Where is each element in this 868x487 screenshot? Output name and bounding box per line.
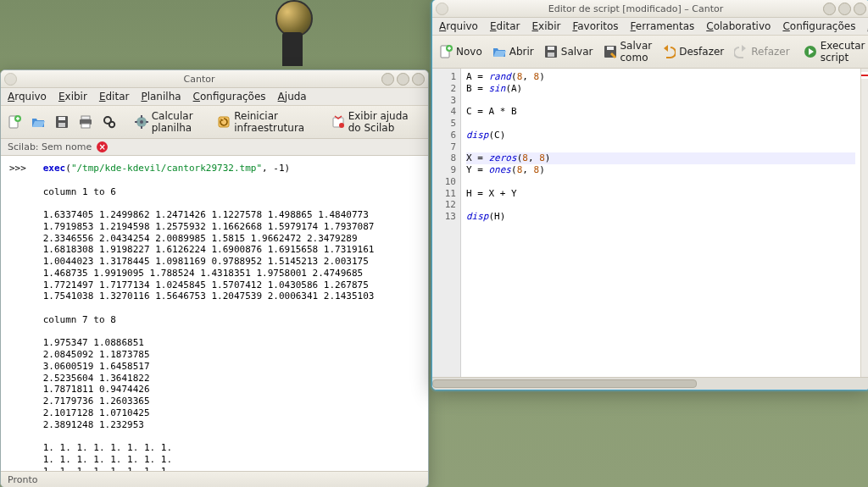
menu-arquivo[interactable]: Arquivo [439,20,478,32]
redo-button: Refazer [731,43,793,60]
restart-backend-button[interactable]: Reiniciar infraestrutura [214,108,316,136]
menu-favoritos[interactable]: Favoritos [572,20,618,32]
script-editor-window[interactable]: Editor de script [modificado] – Cantor A… [431,0,868,390]
close-session-icon[interactable]: × [97,141,108,152]
worksheet[interactable]: >>> exec("/tmp/kde-kdevil/cantork29732.t… [1,156,428,471]
line-gutter: 12345678910111213 [432,69,461,377]
svg-rect-7 [81,124,90,128]
run-script-label: Executar script [821,40,865,64]
new-button[interactable]: Novo [436,43,486,60]
menu-exibir[interactable]: Exibir [532,20,561,32]
minimize-button[interactable] [823,3,836,15]
menu-ferramentas[interactable]: Ferramentas [631,20,695,32]
maximize-button[interactable] [838,3,851,15]
svg-rect-21 [607,47,614,50]
status-text: Pronto [8,474,37,485]
code-area[interactable]: A = rand(8, 8)B = sin(A) C = A * B disp(… [461,69,860,377]
close-button[interactable] [412,73,425,86]
menu-colaborativo[interactable]: Colaborativo [706,20,771,32]
svg-rect-4 [58,123,65,127]
path-bar: Scilab: Sem nome × [1,139,428,156]
statusbar: Pronto [1,471,428,487]
menubar: Arquivo Editar Exibir Favoritos Ferramen… [432,18,868,36]
undo-label: Desfazer [679,46,724,58]
calc-sheet-button[interactable]: Calcular planilha [131,108,211,136]
scrollbar-thumb[interactable] [432,379,697,388]
app-icon [436,3,448,15]
run-script-button[interactable]: Executar script [800,38,868,65]
minimap-strip [860,69,868,377]
menu-planilha[interactable]: Planilha [141,91,181,102]
menubar: Arquivo Exibir Editar Planilha Configura… [1,88,428,106]
new-button[interactable] [4,113,25,130]
save-button[interactable]: Salvar [541,43,597,60]
menu-exibir[interactable]: Exibir [58,91,87,102]
save-as-label: Salvar como [620,40,653,64]
app-icon [4,73,17,86]
scilab-help-label: Exibir ajuda do Scilab [348,110,421,134]
print-button[interactable] [75,113,96,130]
minimize-button[interactable] [381,73,394,86]
svg-point-11 [140,120,143,124]
titlebar[interactable]: Cantor [1,70,428,88]
menu-ajuda[interactable]: Ajuda [278,91,307,102]
svg-rect-19 [548,53,554,57]
find-button[interactable] [99,113,120,130]
session-name: Scilab: Sem nome [8,141,92,152]
window-title: Editor de script [modificado] – Cantor [448,3,823,14]
scilab-help-button[interactable]: Exibir ajuda do Scilab [328,108,425,136]
svg-point-14 [339,123,344,128]
menu-arquivo[interactable]: Arquivo [8,91,47,102]
svg-point-9 [109,122,114,127]
save-button[interactable] [52,113,72,130]
open-label: Abrir [509,46,534,58]
undo-button[interactable]: Desfazer [659,43,727,60]
toolbar: Novo Abrir Salvar Salvar como Desfazer R… [432,36,868,69]
open-button[interactable]: Abrir [489,43,537,60]
menu-configuracoes[interactable]: Configurações [782,20,855,32]
titlebar[interactable]: Editor de script [modificado] – Cantor [432,0,868,18]
redo-label: Refazer [751,46,789,58]
save-as-button[interactable]: Salvar como [600,38,656,65]
toolbar: Calcular planilha Reiniciar infraestrutu… [1,106,428,139]
menu-editar[interactable]: Editar [490,20,520,32]
calc-sheet-label: Calcular planilha [152,110,208,134]
save-label: Salvar [561,46,593,58]
new-label: Novo [456,46,482,58]
menu-editar[interactable]: Editar [99,91,130,102]
editor-body: 12345678910111213 A = rand(8, 8)B = sin(… [432,69,868,377]
open-button[interactable] [28,113,48,130]
menu-configuracoes[interactable]: Configurações [193,91,266,102]
horizontal-scrollbar[interactable] [432,377,868,390]
close-button[interactable] [854,3,866,15]
restart-backend-label: Reiniciar infraestrutura [234,110,313,134]
svg-rect-5 [81,116,90,119]
locale-flag-icon [861,72,868,79]
cantor-window[interactable]: Cantor Arquivo Exibir Editar Planilha Co… [0,69,429,487]
svg-rect-3 [58,117,65,120]
maximize-button[interactable] [397,73,409,86]
svg-rect-18 [548,47,554,50]
window-title: Cantor [17,74,381,85]
